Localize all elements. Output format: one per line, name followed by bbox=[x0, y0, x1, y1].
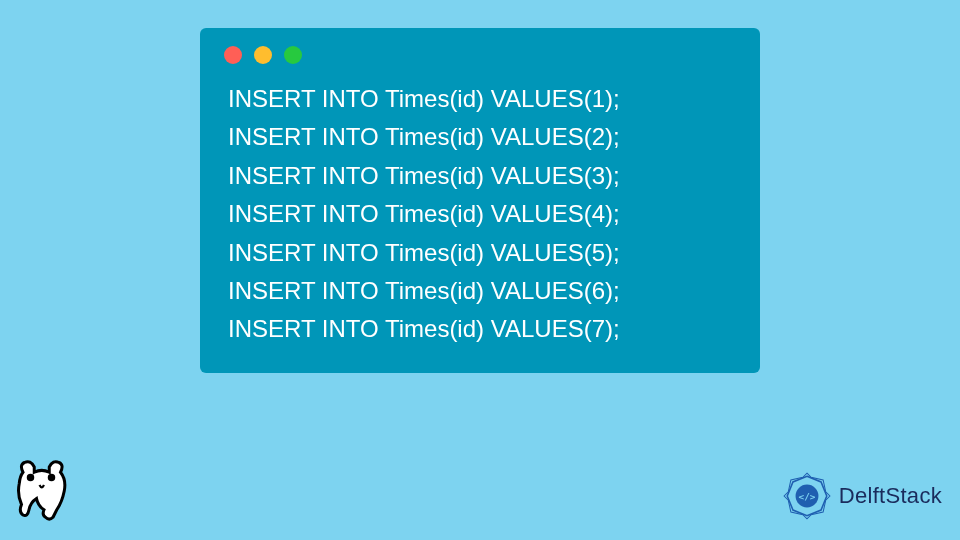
maximize-dot-icon bbox=[284, 46, 302, 64]
minimize-dot-icon bbox=[254, 46, 272, 64]
svg-point-1 bbox=[49, 475, 54, 480]
close-dot-icon bbox=[224, 46, 242, 64]
delftstack-logo-icon: </> bbox=[781, 470, 833, 522]
code-line: INSERT INTO Times(id) VALUES(4); bbox=[228, 195, 732, 233]
code-line: INSERT INTO Times(id) VALUES(5); bbox=[228, 234, 732, 272]
window-titlebar bbox=[200, 28, 760, 74]
postgresql-elephant-icon bbox=[8, 452, 83, 530]
svg-text:</>: </> bbox=[798, 491, 815, 502]
code-window: INSERT INTO Times(id) VALUES(1); INSERT … bbox=[200, 28, 760, 373]
brand-badge: </> DelftStack bbox=[781, 470, 942, 522]
svg-point-0 bbox=[28, 475, 33, 480]
code-line: INSERT INTO Times(id) VALUES(2); bbox=[228, 118, 732, 156]
code-line: INSERT INTO Times(id) VALUES(1); bbox=[228, 80, 732, 118]
code-line: INSERT INTO Times(id) VALUES(6); bbox=[228, 272, 732, 310]
code-line: INSERT INTO Times(id) VALUES(7); bbox=[228, 310, 732, 348]
code-line: INSERT INTO Times(id) VALUES(3); bbox=[228, 157, 732, 195]
code-body: INSERT INTO Times(id) VALUES(1); INSERT … bbox=[200, 74, 760, 349]
brand-name: DelftStack bbox=[839, 483, 942, 509]
